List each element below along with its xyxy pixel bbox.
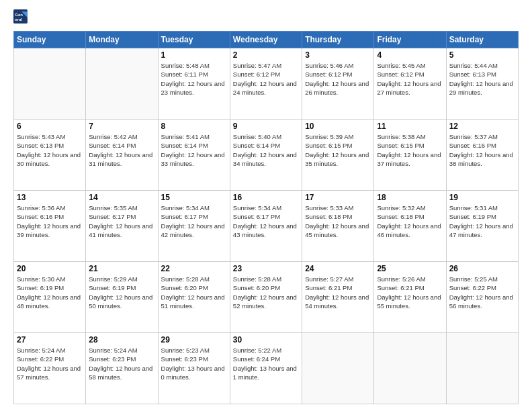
day-number: 3 <box>305 50 371 60</box>
day-info: Sunrise: 5:43 AM Sunset: 6:13 PM Dayligh… <box>17 132 83 168</box>
day-info: Sunrise: 5:28 AM Sunset: 6:20 PM Dayligh… <box>161 275 227 310</box>
day-info: Sunrise: 5:28 AM Sunset: 6:20 PM Dayligh… <box>233 275 299 310</box>
calendar-cell <box>302 333 374 404</box>
calendar-week-1: 1Sunrise: 5:48 AM Sunset: 6:11 PM Daylig… <box>14 48 519 120</box>
logo: Gen eral <box>13 11 30 24</box>
day-number: 23 <box>233 264 299 273</box>
day-number: 6 <box>17 122 83 131</box>
calendar-cell: 11Sunrise: 5:38 AM Sunset: 6:15 PM Dayli… <box>374 120 446 191</box>
calendar-cell: 2Sunrise: 5:47 AM Sunset: 6:12 PM Daylig… <box>230 48 302 120</box>
day-info: Sunrise: 5:24 AM Sunset: 6:22 PM Dayligh… <box>17 346 83 381</box>
day-number: 4 <box>377 50 443 60</box>
day-info: Sunrise: 5:37 AM Sunset: 6:16 PM Dayligh… <box>449 132 515 168</box>
day-info: Sunrise: 5:42 AM Sunset: 6:14 PM Dayligh… <box>89 132 154 168</box>
calendar-cell: 25Sunrise: 5:26 AM Sunset: 6:21 PM Dayli… <box>374 262 446 333</box>
day-info: Sunrise: 5:48 AM Sunset: 6:11 PM Dayligh… <box>161 61 227 97</box>
calendar-cell: 17Sunrise: 5:33 AM Sunset: 6:18 PM Dayli… <box>302 191 374 262</box>
day-info: Sunrise: 5:44 AM Sunset: 6:13 PM Dayligh… <box>449 61 515 97</box>
calendar-cell: 16Sunrise: 5:34 AM Sunset: 6:17 PM Dayli… <box>230 191 302 262</box>
calendar-cell: 5Sunrise: 5:44 AM Sunset: 6:13 PM Daylig… <box>446 48 518 120</box>
calendar-cell <box>374 333 446 404</box>
calendar-cell <box>14 48 86 120</box>
day-number: 10 <box>305 122 371 131</box>
calendar-cell <box>86 48 158 120</box>
day-number: 8 <box>161 122 227 131</box>
calendar-cell: 26Sunrise: 5:25 AM Sunset: 6:22 PM Dayli… <box>446 262 518 333</box>
calendar-cell: 3Sunrise: 5:46 AM Sunset: 6:12 PM Daylig… <box>302 48 374 120</box>
day-number: 29 <box>161 335 227 345</box>
day-info: Sunrise: 5:47 AM Sunset: 6:12 PM Dayligh… <box>233 61 299 97</box>
day-number: 22 <box>161 264 227 273</box>
day-info: Sunrise: 5:23 AM Sunset: 6:23 PM Dayligh… <box>161 346 227 381</box>
calendar-cell: 1Sunrise: 5:48 AM Sunset: 6:11 PM Daylig… <box>158 48 230 120</box>
day-info: Sunrise: 5:45 AM Sunset: 6:12 PM Dayligh… <box>377 61 443 97</box>
day-info: Sunrise: 5:29 AM Sunset: 6:19 PM Dayligh… <box>89 275 154 310</box>
day-number: 14 <box>89 193 154 202</box>
col-header-thursday: Thursday <box>302 32 374 48</box>
calendar-header-row: SundayMondayTuesdayWednesdayThursdayFrid… <box>14 32 519 48</box>
calendar-cell: 22Sunrise: 5:28 AM Sunset: 6:20 PM Dayli… <box>158 262 230 333</box>
day-number: 9 <box>233 122 299 131</box>
calendar-cell <box>446 333 518 404</box>
calendar-cell: 4Sunrise: 5:45 AM Sunset: 6:12 PM Daylig… <box>374 48 446 120</box>
day-info: Sunrise: 5:35 AM Sunset: 6:17 PM Dayligh… <box>89 203 154 239</box>
calendar-cell: 6Sunrise: 5:43 AM Sunset: 6:13 PM Daylig… <box>14 120 86 191</box>
day-info: Sunrise: 5:39 AM Sunset: 6:15 PM Dayligh… <box>305 132 371 168</box>
calendar-cell: 23Sunrise: 5:28 AM Sunset: 6:20 PM Dayli… <box>230 262 302 333</box>
day-number: 26 <box>449 264 515 273</box>
day-number: 15 <box>161 193 227 202</box>
logo-icon: Gen eral <box>13 9 28 24</box>
day-info: Sunrise: 5:31 AM Sunset: 6:19 PM Dayligh… <box>449 203 515 239</box>
day-number: 18 <box>377 193 443 202</box>
calendar-cell: 27Sunrise: 5:24 AM Sunset: 6:22 PM Dayli… <box>14 333 86 404</box>
day-info: Sunrise: 5:32 AM Sunset: 6:18 PM Dayligh… <box>377 203 443 239</box>
col-header-wednesday: Wednesday <box>230 32 302 48</box>
day-info: Sunrise: 5:33 AM Sunset: 6:18 PM Dayligh… <box>305 203 371 239</box>
calendar-cell: 18Sunrise: 5:32 AM Sunset: 6:18 PM Dayli… <box>374 191 446 262</box>
day-number: 13 <box>17 193 83 202</box>
day-info: Sunrise: 5:36 AM Sunset: 6:16 PM Dayligh… <box>17 203 83 239</box>
calendar-cell: 24Sunrise: 5:27 AM Sunset: 6:21 PM Dayli… <box>302 262 374 333</box>
calendar-cell: 15Sunrise: 5:34 AM Sunset: 6:17 PM Dayli… <box>158 191 230 262</box>
calendar-cell: 9Sunrise: 5:40 AM Sunset: 6:14 PM Daylig… <box>230 120 302 191</box>
day-number: 20 <box>17 264 83 273</box>
day-info: Sunrise: 5:41 AM Sunset: 6:14 PM Dayligh… <box>161 132 227 168</box>
day-number: 2 <box>233 50 299 60</box>
calendar-cell: 30Sunrise: 5:22 AM Sunset: 6:24 PM Dayli… <box>230 333 302 404</box>
day-number: 24 <box>305 264 371 273</box>
calendar-cell: 12Sunrise: 5:37 AM Sunset: 6:16 PM Dayli… <box>446 120 518 191</box>
day-info: Sunrise: 5:24 AM Sunset: 6:23 PM Dayligh… <box>89 346 154 381</box>
calendar-week-2: 6Sunrise: 5:43 AM Sunset: 6:13 PM Daylig… <box>14 120 519 191</box>
day-info: Sunrise: 5:38 AM Sunset: 6:15 PM Dayligh… <box>377 132 443 168</box>
day-info: Sunrise: 5:34 AM Sunset: 6:17 PM Dayligh… <box>233 203 299 239</box>
col-header-tuesday: Tuesday <box>158 32 230 48</box>
day-info: Sunrise: 5:40 AM Sunset: 6:14 PM Dayligh… <box>233 132 299 168</box>
calendar-cell: 19Sunrise: 5:31 AM Sunset: 6:19 PM Dayli… <box>446 191 518 262</box>
calendar-cell: 20Sunrise: 5:30 AM Sunset: 6:19 PM Dayli… <box>14 262 86 333</box>
svg-text:eral: eral <box>15 17 22 21</box>
col-header-sunday: Sunday <box>14 32 86 48</box>
day-number: 17 <box>305 193 371 202</box>
day-info: Sunrise: 5:27 AM Sunset: 6:21 PM Dayligh… <box>305 275 371 310</box>
day-number: 11 <box>377 122 443 131</box>
day-number: 28 <box>89 335 154 345</box>
day-number: 1 <box>161 50 227 60</box>
calendar-cell: 14Sunrise: 5:35 AM Sunset: 6:17 PM Dayli… <box>86 191 158 262</box>
svg-text:Gen: Gen <box>15 13 23 17</box>
calendar-cell: 13Sunrise: 5:36 AM Sunset: 6:16 PM Dayli… <box>14 191 86 262</box>
day-info: Sunrise: 5:22 AM Sunset: 6:24 PM Dayligh… <box>233 346 299 381</box>
calendar-cell: 10Sunrise: 5:39 AM Sunset: 6:15 PM Dayli… <box>302 120 374 191</box>
day-number: 27 <box>17 335 83 345</box>
calendar-cell: 7Sunrise: 5:42 AM Sunset: 6:14 PM Daylig… <box>86 120 158 191</box>
day-number: 19 <box>449 193 515 202</box>
day-number: 21 <box>89 264 154 273</box>
calendar-cell: 8Sunrise: 5:41 AM Sunset: 6:14 PM Daylig… <box>158 120 230 191</box>
day-info: Sunrise: 5:30 AM Sunset: 6:19 PM Dayligh… <box>17 275 83 310</box>
calendar-week-4: 20Sunrise: 5:30 AM Sunset: 6:19 PM Dayli… <box>14 262 519 333</box>
day-number: 7 <box>89 122 154 131</box>
calendar-week-3: 13Sunrise: 5:36 AM Sunset: 6:16 PM Dayli… <box>14 191 519 262</box>
calendar-cell: 21Sunrise: 5:29 AM Sunset: 6:19 PM Dayli… <box>86 262 158 333</box>
calendar-cell: 28Sunrise: 5:24 AM Sunset: 6:23 PM Dayli… <box>86 333 158 404</box>
col-header-monday: Monday <box>86 32 158 48</box>
col-header-friday: Friday <box>374 32 446 48</box>
